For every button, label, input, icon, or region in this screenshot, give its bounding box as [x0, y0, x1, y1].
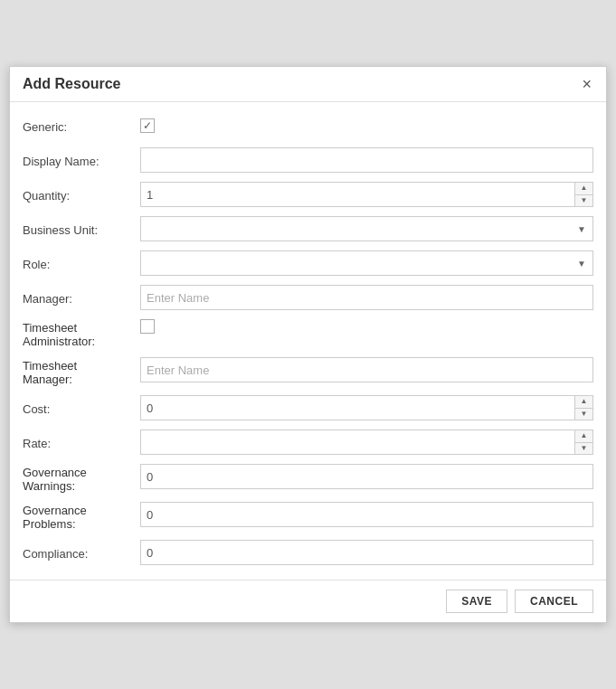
- timesheet-admin-checkbox-wrap: [140, 319, 593, 334]
- timesheet-admin-row: Timesheet Administrator:: [23, 319, 593, 348]
- quantity-increment-button[interactable]: ▲: [575, 183, 592, 195]
- business-unit-dropdown[interactable]: ▼: [140, 216, 593, 241]
- rate-increment-button[interactable]: ▲: [575, 430, 592, 443]
- manager-wrap: [140, 285, 593, 310]
- dialog-body: Generic: ✓ Display Name: Quantity: ▲: [10, 102, 606, 576]
- cancel-button[interactable]: CANCEL: [515, 590, 593, 613]
- quantity-wrap: ▲ ▼: [140, 182, 593, 207]
- generic-label: Generic:: [23, 118, 140, 134]
- business-unit-label: Business Unit:: [23, 222, 140, 237]
- business-unit-input[interactable]: [141, 217, 571, 241]
- checkmark-icon: ✓: [143, 120, 152, 131]
- cost-increment-button[interactable]: ▲: [575, 396, 592, 409]
- quantity-label: Quantity:: [23, 187, 140, 203]
- role-dropdown[interactable]: ▼: [140, 250, 593, 276]
- governance-problems-label: Governance Problems:: [23, 502, 140, 531]
- generic-row: Generic: ✓: [23, 113, 593, 138]
- cost-row: Cost: ▲ ▼: [23, 395, 593, 420]
- role-arrow-icon: ▼: [571, 251, 592, 275]
- compliance-label: Compliance:: [23, 545, 140, 561]
- generic-checkbox[interactable]: ✓: [140, 118, 155, 133]
- display-name-row: Display Name:: [23, 147, 593, 173]
- dialog-footer: SAVE CANCEL: [10, 580, 606, 622]
- timesheet-admin-checkbox[interactable]: [140, 319, 155, 334]
- governance-problems-row: Governance Problems:: [23, 502, 593, 531]
- governance-warnings-label: Governance Warnings:: [23, 464, 140, 493]
- cost-spinner-buttons: ▲ ▼: [574, 396, 592, 420]
- governance-warnings-wrap: [140, 464, 593, 489]
- rate-spinner: ▲ ▼: [140, 429, 593, 455]
- timesheet-manager-input[interactable]: [140, 357, 593, 382]
- business-unit-arrow-icon: ▼: [571, 217, 592, 241]
- compliance-row: Compliance:: [23, 540, 593, 565]
- rate-input[interactable]: [141, 430, 574, 454]
- close-button[interactable]: ×: [580, 76, 593, 92]
- quantity-row: Quantity: ▲ ▼: [23, 182, 593, 207]
- manager-row: Manager:: [23, 285, 593, 310]
- governance-problems-wrap: [140, 502, 593, 527]
- timesheet-manager-wrap: [140, 357, 593, 382]
- compliance-input[interactable]: [140, 540, 593, 565]
- role-row: Role: ▼: [23, 250, 593, 276]
- governance-warnings-input[interactable]: [140, 464, 593, 489]
- role-wrap: ▼: [140, 250, 593, 276]
- business-unit-row: Business Unit: ▼: [23, 216, 593, 241]
- cost-decrement-button[interactable]: ▼: [575, 409, 592, 420]
- quantity-spinner: ▲ ▼: [140, 182, 593, 207]
- dialog-title: Add Resource: [23, 76, 120, 92]
- business-unit-wrap: ▼: [140, 216, 593, 241]
- display-name-input[interactable]: [140, 147, 593, 173]
- manager-input[interactable]: [140, 285, 593, 310]
- quantity-decrement-button[interactable]: ▼: [575, 195, 592, 207]
- timesheet-manager-row: Timesheet Manager:: [23, 357, 593, 386]
- rate-label: Rate:: [23, 435, 140, 450]
- rate-spinner-buttons: ▲ ▼: [574, 430, 592, 454]
- cost-spinner: ▲ ▼: [140, 395, 593, 420]
- generic-checkbox-wrap: ✓: [140, 118, 593, 133]
- dialog-header: Add Resource ×: [10, 67, 606, 102]
- save-button[interactable]: SAVE: [446, 590, 507, 613]
- timesheet-admin-label: Timesheet Administrator:: [23, 319, 140, 348]
- cost-wrap: ▲ ▼: [140, 395, 593, 420]
- role-input[interactable]: [141, 251, 571, 275]
- display-name-wrap: [140, 147, 593, 173]
- quantity-input[interactable]: [141, 183, 574, 206]
- cost-input[interactable]: [141, 396, 574, 420]
- governance-warnings-row: Governance Warnings:: [23, 464, 593, 493]
- manager-label: Manager:: [23, 290, 140, 306]
- timesheet-manager-label: Timesheet Manager:: [23, 357, 140, 386]
- compliance-wrap: [140, 540, 593, 565]
- cost-label: Cost:: [23, 401, 140, 416]
- rate-decrement-button[interactable]: ▼: [575, 443, 592, 455]
- governance-problems-input[interactable]: [140, 502, 593, 527]
- display-name-label: Display Name:: [23, 153, 140, 168]
- rate-wrap: ▲ ▼: [140, 429, 593, 455]
- rate-row: Rate: ▲ ▼: [23, 429, 593, 455]
- add-resource-dialog: Add Resource × Generic: ✓ Display Name: …: [9, 66, 607, 623]
- quantity-spinner-buttons: ▲ ▼: [574, 183, 592, 206]
- role-label: Role:: [23, 256, 140, 271]
